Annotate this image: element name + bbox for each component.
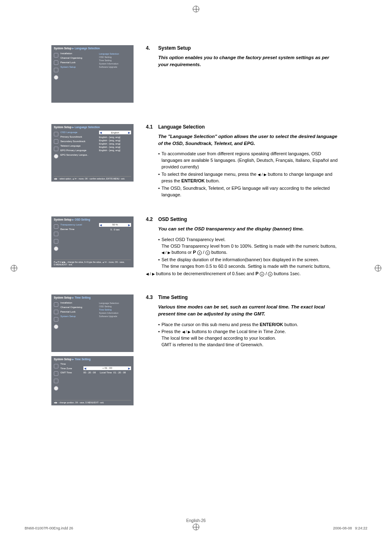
section-description: This option enables you to change the fa… xyxy=(158,54,341,68)
page-footer: English-26 xyxy=(0,518,392,523)
section-4: System Setup ▸ Language Selection Instal… xyxy=(51,45,341,107)
page-content: System Setup ▸ Language Selection Instal… xyxy=(51,45,341,427)
source-file: BN68-01007R-00Eng.indd 26 xyxy=(25,526,73,530)
bullet-item: Place the cursor on this sub menu and pr… xyxy=(158,322,341,328)
section-number: 4.2 xyxy=(146,216,158,222)
section-title: OSD Setting xyxy=(158,216,187,222)
left-right-arrow-icon: ◀ / ▶ xyxy=(258,172,267,177)
bullet-item: To accommodate user from different regio… xyxy=(158,151,341,170)
bullet-item: To select the desired language menu, pre… xyxy=(158,171,341,184)
left-right-arrow-icon: ◀ / ▶ xyxy=(182,329,191,335)
up-circle-icon: ∧ xyxy=(197,251,202,255)
registration-mark-left xyxy=(11,265,17,271)
bullet-list: To accommodate user from different regio… xyxy=(158,151,341,198)
bullet-item: Select OSD Transparency level. The OSD T… xyxy=(158,237,341,256)
registration-mark-right xyxy=(375,265,381,271)
continuation-line: ◀ / ▶ buttons to be decrement/increment … xyxy=(146,271,341,277)
screenshot-language-selection: System Setup ▸ Language Selection OSD La… xyxy=(51,124,134,182)
section-number: 4. xyxy=(146,45,158,51)
section-4-1: System Setup ▸ Language Selection OSD La… xyxy=(51,124,341,199)
section-4-2: System Setup ▸ OSD Setting Transparency … xyxy=(51,216,341,277)
screenshot-osd-setting: System Setup ▸ OSD Setting Transparency … xyxy=(51,216,134,267)
down-circle-icon: ∨ xyxy=(205,251,210,255)
bullet-item: Set the display duration of the informat… xyxy=(158,257,341,270)
screenshot-time-setting-values: System Setup ▸ Time Setting Time Time Zo… xyxy=(51,356,134,405)
bullet-list: Place the cursor on this sub menu and pr… xyxy=(158,322,341,349)
left-right-arrow-icon: ◀ / ▶ xyxy=(161,250,171,255)
section-title: System Setup xyxy=(158,45,191,51)
section-number: 4.3 xyxy=(146,294,158,300)
section-number: 4.1 xyxy=(146,124,158,130)
screenshot-time-setting-menu: System Setup ▸ Time Setting Installation… xyxy=(51,294,134,352)
section-title: Time Setting xyxy=(158,294,188,300)
bullet-item: Press the ◀ / ▶ buttons to change the Lo… xyxy=(158,329,341,348)
screenshot-system-setup-menu: System Setup ▸ Language Selection Instal… xyxy=(51,45,134,103)
section-description: You can set the OSD transparency and the… xyxy=(158,225,341,232)
print-time: 9:24:22 xyxy=(355,526,367,530)
print-footer: BN68-01007R-00Eng.indd 26 2006-08-08 9:2… xyxy=(25,526,367,530)
section-description: The "Language Selection" option allows t… xyxy=(158,133,341,147)
bullet-list: Select OSD Transparency level. The OSD T… xyxy=(158,237,341,270)
section-title: Language Selection xyxy=(158,124,205,130)
left-right-arrow-icon: ◀ / ▶ xyxy=(146,271,155,277)
section-description: Various time modes can be set, such as c… xyxy=(158,304,341,317)
up-circle-icon: ∧ xyxy=(260,272,264,276)
section-4-3: System Setup ▸ Time Setting Installation… xyxy=(51,294,341,409)
print-date: 2006-08-08 xyxy=(333,526,352,530)
registration-mark-top xyxy=(193,6,199,12)
bullet-item: The OSD, Soundtrack, Teletext, or EPG la… xyxy=(158,185,341,198)
down-circle-icon: ∨ xyxy=(268,272,272,276)
